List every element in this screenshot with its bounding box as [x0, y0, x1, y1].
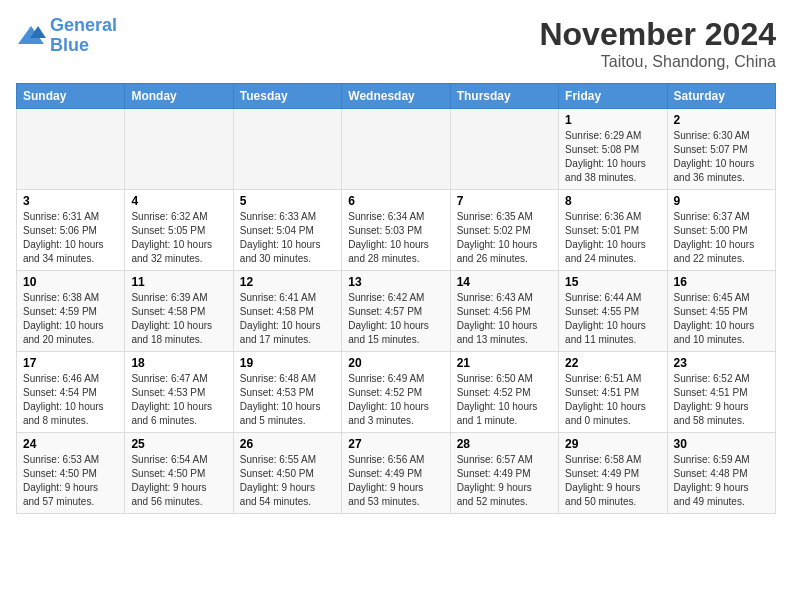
day-info: Sunrise: 6:38 AM Sunset: 4:59 PM Dayligh… [23, 291, 118, 347]
weekday-header-sunday: Sunday [17, 84, 125, 109]
day-info: Sunrise: 6:33 AM Sunset: 5:04 PM Dayligh… [240, 210, 335, 266]
day-number: 13 [348, 275, 443, 289]
day-number: 28 [457, 437, 552, 451]
header: General Blue November 2024 Taitou, Shand… [16, 16, 776, 71]
calendar-title: November 2024 [539, 16, 776, 53]
day-number: 25 [131, 437, 226, 451]
day-info: Sunrise: 6:32 AM Sunset: 5:05 PM Dayligh… [131, 210, 226, 266]
calendar-cell: 18Sunrise: 6:47 AM Sunset: 4:53 PM Dayli… [125, 352, 233, 433]
calendar-cell: 19Sunrise: 6:48 AM Sunset: 4:53 PM Dayli… [233, 352, 341, 433]
calendar-cell: 22Sunrise: 6:51 AM Sunset: 4:51 PM Dayli… [559, 352, 667, 433]
calendar-cell: 10Sunrise: 6:38 AM Sunset: 4:59 PM Dayli… [17, 271, 125, 352]
weekday-header-saturday: Saturday [667, 84, 775, 109]
day-info: Sunrise: 6:42 AM Sunset: 4:57 PM Dayligh… [348, 291, 443, 347]
day-info: Sunrise: 6:58 AM Sunset: 4:49 PM Dayligh… [565, 453, 660, 509]
calendar-cell: 26Sunrise: 6:55 AM Sunset: 4:50 PM Dayli… [233, 433, 341, 514]
day-info: Sunrise: 6:51 AM Sunset: 4:51 PM Dayligh… [565, 372, 660, 428]
calendar-subtitle: Taitou, Shandong, China [539, 53, 776, 71]
calendar-week-4: 17Sunrise: 6:46 AM Sunset: 4:54 PM Dayli… [17, 352, 776, 433]
day-info: Sunrise: 6:43 AM Sunset: 4:56 PM Dayligh… [457, 291, 552, 347]
day-number: 3 [23, 194, 118, 208]
calendar-body: 1Sunrise: 6:29 AM Sunset: 5:08 PM Daylig… [17, 109, 776, 514]
day-number: 1 [565, 113, 660, 127]
weekday-header-friday: Friday [559, 84, 667, 109]
day-number: 5 [240, 194, 335, 208]
day-info: Sunrise: 6:34 AM Sunset: 5:03 PM Dayligh… [348, 210, 443, 266]
calendar-week-5: 24Sunrise: 6:53 AM Sunset: 4:50 PM Dayli… [17, 433, 776, 514]
day-info: Sunrise: 6:57 AM Sunset: 4:49 PM Dayligh… [457, 453, 552, 509]
day-number: 7 [457, 194, 552, 208]
calendar-cell: 23Sunrise: 6:52 AM Sunset: 4:51 PM Dayli… [667, 352, 775, 433]
calendar-week-3: 10Sunrise: 6:38 AM Sunset: 4:59 PM Dayli… [17, 271, 776, 352]
day-number: 15 [565, 275, 660, 289]
calendar-cell [17, 109, 125, 190]
calendar-cell [233, 109, 341, 190]
day-info: Sunrise: 6:29 AM Sunset: 5:08 PM Dayligh… [565, 129, 660, 185]
weekday-header-wednesday: Wednesday [342, 84, 450, 109]
day-info: Sunrise: 6:39 AM Sunset: 4:58 PM Dayligh… [131, 291, 226, 347]
day-number: 30 [674, 437, 769, 451]
day-number: 26 [240, 437, 335, 451]
day-number: 2 [674, 113, 769, 127]
day-info: Sunrise: 6:44 AM Sunset: 4:55 PM Dayligh… [565, 291, 660, 347]
calendar-cell: 6Sunrise: 6:34 AM Sunset: 5:03 PM Daylig… [342, 190, 450, 271]
day-info: Sunrise: 6:53 AM Sunset: 4:50 PM Dayligh… [23, 453, 118, 509]
day-info: Sunrise: 6:54 AM Sunset: 4:50 PM Dayligh… [131, 453, 226, 509]
calendar-cell: 5Sunrise: 6:33 AM Sunset: 5:04 PM Daylig… [233, 190, 341, 271]
day-number: 11 [131, 275, 226, 289]
day-number: 9 [674, 194, 769, 208]
day-number: 14 [457, 275, 552, 289]
day-info: Sunrise: 6:55 AM Sunset: 4:50 PM Dayligh… [240, 453, 335, 509]
logo-text: General Blue [50, 16, 117, 56]
calendar-cell: 20Sunrise: 6:49 AM Sunset: 4:52 PM Dayli… [342, 352, 450, 433]
calendar-cell: 14Sunrise: 6:43 AM Sunset: 4:56 PM Dayli… [450, 271, 558, 352]
day-number: 21 [457, 356, 552, 370]
calendar-cell: 7Sunrise: 6:35 AM Sunset: 5:02 PM Daylig… [450, 190, 558, 271]
day-number: 10 [23, 275, 118, 289]
logo-blue: Blue [50, 35, 89, 55]
calendar-cell: 21Sunrise: 6:50 AM Sunset: 4:52 PM Dayli… [450, 352, 558, 433]
day-number: 19 [240, 356, 335, 370]
calendar-cell: 1Sunrise: 6:29 AM Sunset: 5:08 PM Daylig… [559, 109, 667, 190]
day-info: Sunrise: 6:36 AM Sunset: 5:01 PM Dayligh… [565, 210, 660, 266]
calendar-cell [450, 109, 558, 190]
calendar-cell: 8Sunrise: 6:36 AM Sunset: 5:01 PM Daylig… [559, 190, 667, 271]
calendar-cell: 30Sunrise: 6:59 AM Sunset: 4:48 PM Dayli… [667, 433, 775, 514]
day-info: Sunrise: 6:46 AM Sunset: 4:54 PM Dayligh… [23, 372, 118, 428]
day-number: 27 [348, 437, 443, 451]
calendar-cell [342, 109, 450, 190]
day-info: Sunrise: 6:48 AM Sunset: 4:53 PM Dayligh… [240, 372, 335, 428]
calendar-cell: 12Sunrise: 6:41 AM Sunset: 4:58 PM Dayli… [233, 271, 341, 352]
day-info: Sunrise: 6:45 AM Sunset: 4:55 PM Dayligh… [674, 291, 769, 347]
day-info: Sunrise: 6:56 AM Sunset: 4:49 PM Dayligh… [348, 453, 443, 509]
calendar-week-1: 1Sunrise: 6:29 AM Sunset: 5:08 PM Daylig… [17, 109, 776, 190]
day-info: Sunrise: 6:47 AM Sunset: 4:53 PM Dayligh… [131, 372, 226, 428]
weekday-header-thursday: Thursday [450, 84, 558, 109]
day-number: 16 [674, 275, 769, 289]
logo: General Blue [16, 16, 117, 56]
day-number: 22 [565, 356, 660, 370]
calendar-cell: 17Sunrise: 6:46 AM Sunset: 4:54 PM Dayli… [17, 352, 125, 433]
day-number: 29 [565, 437, 660, 451]
calendar-cell: 28Sunrise: 6:57 AM Sunset: 4:49 PM Dayli… [450, 433, 558, 514]
day-number: 18 [131, 356, 226, 370]
calendar-cell: 27Sunrise: 6:56 AM Sunset: 4:49 PM Dayli… [342, 433, 450, 514]
calendar-cell [125, 109, 233, 190]
day-info: Sunrise: 6:52 AM Sunset: 4:51 PM Dayligh… [674, 372, 769, 428]
weekday-header-monday: Monday [125, 84, 233, 109]
calendar-cell: 11Sunrise: 6:39 AM Sunset: 4:58 PM Dayli… [125, 271, 233, 352]
calendar-week-2: 3Sunrise: 6:31 AM Sunset: 5:06 PM Daylig… [17, 190, 776, 271]
title-section: November 2024 Taitou, Shandong, China [539, 16, 776, 71]
day-info: Sunrise: 6:59 AM Sunset: 4:48 PM Dayligh… [674, 453, 769, 509]
day-number: 20 [348, 356, 443, 370]
day-number: 8 [565, 194, 660, 208]
calendar-cell: 25Sunrise: 6:54 AM Sunset: 4:50 PM Dayli… [125, 433, 233, 514]
day-info: Sunrise: 6:35 AM Sunset: 5:02 PM Dayligh… [457, 210, 552, 266]
day-number: 24 [23, 437, 118, 451]
day-number: 23 [674, 356, 769, 370]
day-info: Sunrise: 6:50 AM Sunset: 4:52 PM Dayligh… [457, 372, 552, 428]
calendar-cell: 2Sunrise: 6:30 AM Sunset: 5:07 PM Daylig… [667, 109, 775, 190]
day-info: Sunrise: 6:30 AM Sunset: 5:07 PM Dayligh… [674, 129, 769, 185]
weekday-header-tuesday: Tuesday [233, 84, 341, 109]
calendar-cell: 3Sunrise: 6:31 AM Sunset: 5:06 PM Daylig… [17, 190, 125, 271]
